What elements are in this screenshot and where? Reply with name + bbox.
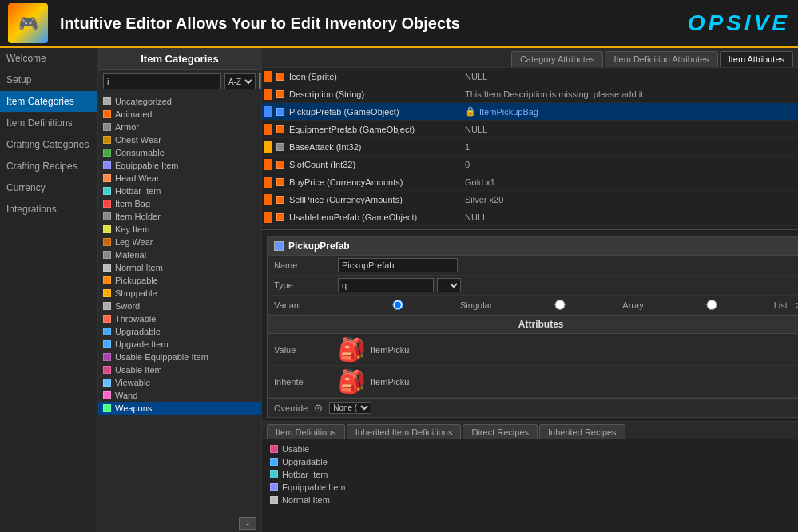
sidebar-item-welcome[interactable]: Welcome [0,48,97,69]
pickup-variant-options: Singular Array List dify [338,300,798,310]
category-label: Shoppable [115,288,157,298]
attr-tab-item-definition-attributes[interactable]: Item Definition Attributes [605,51,717,67]
category-item-pickupable[interactable]: Pickupable [98,274,261,287]
category-item-head-wear[interactable]: Head Wear [98,172,261,185]
pickup-type-search[interactable] [338,278,434,292]
category-item-material[interactable]: Material [98,248,261,261]
variant-list-radio[interactable] [652,300,772,310]
sidebar-item-integrations[interactable]: Integrations [0,199,97,220]
categories-panel: Item Categories A-Z Add UncategorizedAni… [98,48,262,532]
category-item-wand[interactable]: Wand [98,389,261,402]
override-select[interactable]: None ( [329,402,371,414]
category-item-key-item[interactable]: Key Item [98,223,261,236]
category-item-item-holder[interactable]: Item Holder [98,210,261,223]
attr-row-3[interactable]: EquipmentPrefab (GameObject)NULL [262,121,798,138]
app-logo: 🎮 [8,3,48,43]
attr-row-8[interactable]: UsableItemPrefab (GameObject)NULL [262,208,798,226]
category-item-sword[interactable]: Sword [98,300,261,312]
pickup-name-input[interactable] [338,258,458,272]
variant-singular-label[interactable]: Singular [338,300,492,310]
sidebar-item-crafting-recipes[interactable]: Crafting Recipes [0,156,97,177]
pickup-type-row: Type [268,276,798,296]
pickup-type-select[interactable] [437,278,461,292]
category-item-equippable-item[interactable]: Equippable Item [98,159,261,172]
attr-value-label: NULL [462,70,798,83]
category-item-normal-item[interactable]: Normal Item [98,261,261,274]
override-label: Override [274,403,308,413]
attr-row-5[interactable]: SlotCount (Int32)0 [262,156,798,173]
value-text: ItemPicku [371,345,409,355]
category-item-chest-wear[interactable]: Chest Wear [98,133,261,146]
attr-row-6[interactable]: BuyPrice (CurrencyAmounts)Gold x1 [262,173,798,191]
category-item-weapons[interactable]: Weapons [98,402,261,415]
bottom-list-item[interactable]: Hotbar Item [265,468,795,481]
attr-row-2[interactable]: PickupPrefab (GameObject)🔒ItemPickupBag [262,103,798,121]
category-item-consumable[interactable]: Consumable [98,146,261,159]
category-label: Key Item [115,224,149,234]
bottom-list-item[interactable]: Upgradable [265,455,795,468]
category-label: Usable Item [115,365,162,375]
variant-array-radio[interactable] [500,300,620,310]
bottom-item-label: Hotbar Item [282,470,328,479]
attr-row-1[interactable]: Description (String)This Item Descriptio… [262,85,798,103]
bottom-item-color [270,445,278,453]
category-item-uncategorized[interactable]: Uncategorized [98,95,261,108]
pickup-variant-label: Variant [274,300,338,310]
variant-list-label[interactable]: List [652,300,788,310]
categories-search-input[interactable] [103,73,221,89]
attr-tab-item-attributes[interactable]: Item Attributes [720,51,793,67]
bottom-item-color [270,496,278,504]
bottom-tab-direct-recipes[interactable]: Direct Recipes [463,424,538,439]
bottom-tab-inherited-item-definitions[interactable]: Inherited Item Definitions [347,424,462,439]
sidebar-item-item-categories[interactable]: Item Categories [0,91,97,113]
attr-section-label: Attributes [268,315,798,334]
bottom-list-item[interactable]: Equippable Item [265,481,795,494]
value-label: Value [274,345,338,355]
sidebar-item-crafting-categories[interactable]: Crafting Categories [0,134,97,156]
attr-row-4[interactable]: BaseAttack (Int32)1 [262,138,798,156]
attr-color-square [276,73,284,81]
variant-singular-radio[interactable] [338,300,458,310]
attr-link[interactable]: ItemPickupBag [479,107,538,117]
attr-tab-category-attributes[interactable]: Category Attributes [511,51,604,67]
attr-color-bar [264,177,272,188]
pickup-type-value [338,278,798,292]
category-label: Armor [115,122,139,132]
bottom-list-item[interactable]: Usable [265,443,795,455]
category-item-animated[interactable]: Animated [98,108,261,121]
category-item-upgradable[interactable]: Upgradable [98,325,261,338]
variant-array-label[interactable]: Array [500,300,643,310]
attr-color-bar [264,106,272,117]
category-item-upgrade-item[interactable]: Upgrade Item [98,338,261,351]
bottom-tab-inherited-recipes[interactable]: Inherited Recipes [539,424,625,439]
category-item-shoppable[interactable]: Shoppable [98,287,261,300]
attr-row-7[interactable]: SellPrice (CurrencyAmounts)Silver x20 [262,191,798,208]
sidebar-item-setup[interactable]: Setup [0,69,97,91]
main-layout: WelcomeSetupItem CategoriesItem Definiti… [0,48,798,532]
category-item-usable-equippable-item[interactable]: Usable Equippable Item [98,351,261,363]
pickup-inherit-row: Inherite 🎒 ItemPicku [268,366,798,398]
category-item-throwable[interactable]: Throwable [98,312,261,325]
category-label: Leg Wear [115,237,153,247]
categories-sort-select[interactable]: A-Z [224,73,256,89]
category-item-viewable[interactable]: Viewable [98,376,261,389]
bottom-tab-item-definitions[interactable]: Item Definitions [267,424,345,439]
sidebar-item-item-definitions[interactable]: Item Definitions [0,113,97,134]
category-label: Animated [115,109,152,119]
category-item-hotbar-item[interactable]: Hotbar Item [98,185,261,197]
category-item-armor[interactable]: Armor [98,121,261,133]
category-item-usable-item[interactable]: Usable Item [98,363,261,376]
category-color-indicator [103,391,111,399]
sidebar-item-currency[interactable]: Currency [0,177,97,199]
category-item-leg-wear[interactable]: Leg Wear [98,236,261,248]
category-color-indicator [103,328,111,335]
bottom-list-item[interactable]: Normal Item [265,494,795,506]
category-color-indicator [103,340,111,348]
bottom-item-label: Upgradable [282,457,328,466]
attr-row-0[interactable]: Icon (Sprite)NULL [262,68,798,85]
pickup-section: PickupPrefab Name Type Variant [267,236,798,418]
categories-minus-button[interactable]: - [239,517,256,530]
category-item-item-bag[interactable]: Item Bag [98,197,261,210]
panel-divider [262,229,798,230]
category-color-indicator [103,366,111,374]
